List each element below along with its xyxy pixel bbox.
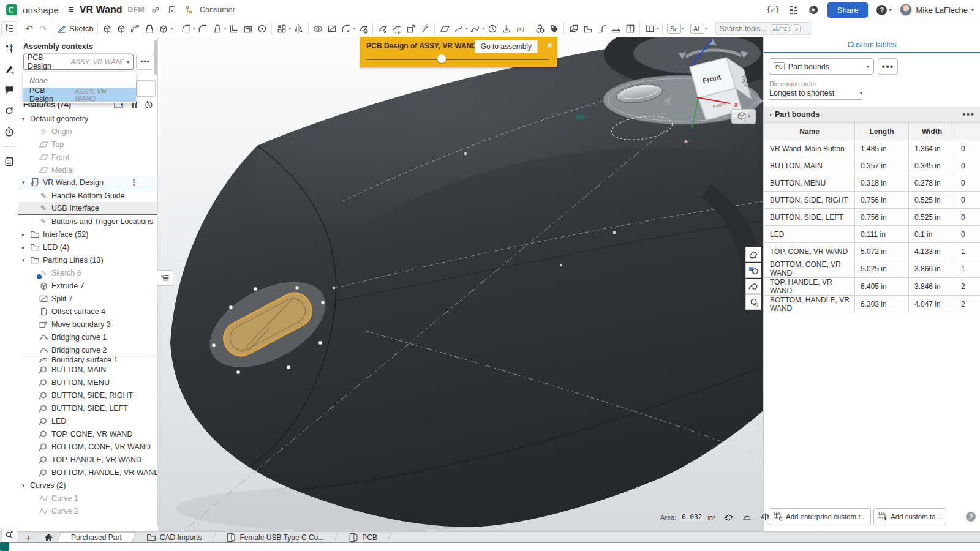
new-tab-button[interactable]: + <box>20 532 38 542</box>
measure-length-icon[interactable] <box>723 512 734 522</box>
mass-properties-icon[interactable] <box>760 512 771 522</box>
graphics-viewport[interactable]: Front Right Bottom x <box>158 37 763 531</box>
tree-open-arrow-icon[interactable]: ▾ <box>22 257 30 263</box>
go-to-assembly-button[interactable]: Go to assembly <box>475 40 538 53</box>
composite-curve-tool-icon[interactable] <box>469 22 482 35</box>
part-bounds-section-header[interactable]: ▾ Part bounds ••• <box>764 107 980 122</box>
feature-row-origin[interactable]: ◎Origin <box>18 125 157 138</box>
feature-row-curve-1[interactable]: Curve 1 <box>18 492 157 504</box>
led-part[interactable] <box>575 115 585 119</box>
share-button[interactable]: Share <box>827 2 869 18</box>
dimension-order-select[interactable]: Longest to shortest▾ <box>769 89 862 100</box>
sheet-metal-model-tool-icon[interactable] <box>567 22 580 35</box>
help-beacon[interactable] <box>0 542 9 551</box>
feature-row-move-boundary-3[interactable]: Move boundary 3 <box>18 318 157 331</box>
workspace-name[interactable]: Consumer <box>200 6 235 14</box>
sheet-metal-flat-tool-icon[interactable] <box>609 22 622 35</box>
status-icon[interactable] <box>808 4 819 15</box>
learning-center-icon[interactable]: ? <box>3 105 15 117</box>
feature-row-parting-lines-13[interactable]: ▾Parting Lines (13) <box>18 253 157 266</box>
table-row[interactable]: VR Wand, Main Button1.485 in1.364 in0 <box>764 140 980 157</box>
table-row[interactable]: LED0.111 in0.1 in0 <box>764 226 980 243</box>
al-mode-badge[interactable]: AL <box>690 24 704 34</box>
derived-part-icon[interactable] <box>745 279 761 294</box>
feature-row-top-handle-vr-wand[interactable]: TOP, HANDLE, VR WAND <box>18 453 157 466</box>
tree-open-arrow-icon[interactable]: ▾ <box>22 179 30 186</box>
tab-cad-imports[interactable]: CAD Imports <box>134 532 214 542</box>
move-face-tool-icon[interactable] <box>376 22 389 35</box>
measure-angle-icon[interactable] <box>742 512 752 522</box>
history-icon[interactable] <box>3 126 15 138</box>
update-features-tool-icon[interactable] <box>486 22 499 35</box>
rollback-scrubber-handle[interactable]: ⋮ <box>130 178 138 187</box>
transform-tool-icon[interactable] <box>404 22 417 35</box>
feature-row-sketch-6[interactable]: ✎–Sketch 6 <box>18 266 157 279</box>
boolean-tool-icon[interactable] <box>312 22 325 35</box>
curve-dropdown-caret-icon[interactable]: ▾ <box>466 26 468 31</box>
chamfer-tool-icon[interactable] <box>197 22 209 35</box>
copy-link-icon[interactable] <box>150 4 161 15</box>
table-row[interactable]: BUTTON, SIDE, RIGHT0.756 in0.525 in0 <box>764 192 980 209</box>
table-more-button[interactable]: ••• <box>878 58 898 75</box>
section-collapse-icon[interactable]: ▾ <box>769 112 772 118</box>
tree-open-arrow-icon[interactable]: ▾ <box>22 482 30 489</box>
feature-row-led[interactable]: LED <box>18 414 157 427</box>
table-row[interactable]: BOTTOM, CONE, VR WAND5.025 in3.866 in1 <box>764 260 980 278</box>
replace-face-tool-icon[interactable] <box>390 22 403 35</box>
context-slider-handle[interactable] <box>437 54 446 63</box>
model-canvas[interactable]: Front Right Bottom x <box>158 37 763 531</box>
banner-close-icon[interactable]: × <box>547 40 552 50</box>
shell-tool-icon[interactable] <box>241 22 254 35</box>
tree-closed-arrow-icon[interactable]: ▸ <box>22 231 30 238</box>
tag-tool-icon[interactable] <box>548 22 560 35</box>
panel-scrollbar[interactable] <box>154 40 157 75</box>
revolve-tool-icon[interactable] <box>115 22 128 35</box>
user-name[interactable]: Mike LaFleche <box>916 6 968 15</box>
sketch-list-flyout-button[interactable] <box>157 270 173 286</box>
search-tabs-button[interactable] <box>1 528 17 542</box>
feature-row-top-cone-vr-wand[interactable]: TOP, CONE, VR WAND <box>18 427 157 440</box>
feature-row-bottom-cone-vr-wand[interactable]: BOTTOM, CONE, VR WAND <box>18 440 157 453</box>
feature-row-buttons-and-trigger-locations[interactable]: ✎Buttons and Trigger Locations <box>18 215 157 228</box>
delete-face-tool-icon[interactable] <box>356 22 369 35</box>
tab-pcb[interactable]: PCB <box>336 532 390 542</box>
properties-checklist-icon[interactable] <box>3 156 15 168</box>
appearance-icon[interactable] <box>745 247 761 262</box>
feature-row-front[interactable]: Front <box>18 151 157 163</box>
help-button[interactable]: ? <box>876 5 887 15</box>
feature-row-boundary-surface-1[interactable]: Boundary surface 1 <box>18 356 157 363</box>
thicken-dropdown-caret-icon[interactable]: ▾ <box>171 26 173 31</box>
linear-pattern-tool-icon[interactable] <box>275 22 288 35</box>
import-tool-icon[interactable] <box>500 22 513 35</box>
feature-row-top[interactable]: Top <box>18 138 157 151</box>
feature-row-extrude-7[interactable]: Extrude 7 <box>18 279 157 292</box>
feature-row-button-side-right[interactable]: BUTTON, SIDE, RIGHT <box>18 389 157 402</box>
selection-mode-caret-icon[interactable]: ▾ <box>682 26 684 31</box>
context-more-button[interactable]: ••• <box>136 54 154 70</box>
app-store-icon[interactable] <box>788 4 799 15</box>
sketch-button[interactable]: Sketch <box>53 23 97 34</box>
sheet-metal-table-tool-icon[interactable] <box>624 22 636 35</box>
feature-row-button-main[interactable]: BUTTON, MAIN <box>18 363 157 376</box>
mirror-tool-icon[interactable] <box>292 22 305 35</box>
panel-help-button[interactable]: ? <box>966 512 976 522</box>
curve-tool-icon[interactable] <box>452 22 465 35</box>
table-row[interactable]: BUTTON, MENU0.318 in0.278 in0 <box>764 174 980 192</box>
filter-input-fragment[interactable] <box>136 80 156 97</box>
linear-pattern-dropdown-caret-icon[interactable]: ▾ <box>288 26 291 31</box>
feature-row-interface-52[interactable]: ▸Interface (52) <box>18 228 157 241</box>
composite-curve-dropdown-caret-icon[interactable]: ▾ <box>483 26 485 31</box>
home-tab-button[interactable] <box>38 532 59 542</box>
featurescript-icon[interactable]: {✓} <box>766 6 780 14</box>
table-row[interactable]: BUTTON, MAIN0.357 in0.345 in0 <box>764 157 980 174</box>
update-context-icon[interactable] <box>745 263 761 278</box>
comments-icon[interactable] <box>3 84 15 96</box>
feature-row-button-side-left[interactable]: BUTTON, SIDE, LEFT <box>18 402 157 414</box>
feature-row-medial[interactable]: Medial <box>18 163 157 176</box>
sweep-tool-icon[interactable] <box>129 22 142 35</box>
feature-row-handle-bottom-guide[interactable]: ✎Handle Bottom Guide <box>18 189 157 202</box>
feature-row-default-geometry[interactable]: ▾Default geometry <box>18 112 157 125</box>
assembly-context-select[interactable]: PCB Design ASSY, VR WAND ▾ <box>23 54 134 70</box>
feature-row-split-7[interactable]: Split 7 <box>18 292 157 305</box>
draft-dropdown-caret-icon[interactable]: ▾ <box>224 26 227 31</box>
